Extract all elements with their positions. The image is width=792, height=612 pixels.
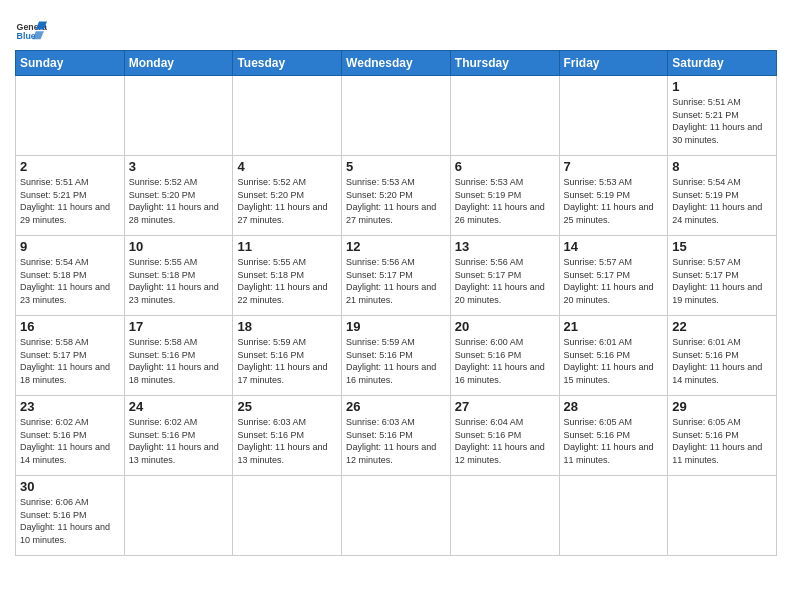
calendar-cell [124, 76, 233, 156]
calendar-cell: 15Sunrise: 5:57 AM Sunset: 5:17 PM Dayli… [668, 236, 777, 316]
day-info: Sunrise: 6:02 AM Sunset: 5:16 PM Dayligh… [20, 416, 120, 466]
day-number: 11 [237, 239, 337, 254]
day-info: Sunrise: 6:05 AM Sunset: 5:16 PM Dayligh… [564, 416, 664, 466]
calendar-cell: 2Sunrise: 5:51 AM Sunset: 5:21 PM Daylig… [16, 156, 125, 236]
calendar-cell: 25Sunrise: 6:03 AM Sunset: 5:16 PM Dayli… [233, 396, 342, 476]
calendar-cell: 9Sunrise: 5:54 AM Sunset: 5:18 PM Daylig… [16, 236, 125, 316]
day-info: Sunrise: 6:03 AM Sunset: 5:16 PM Dayligh… [237, 416, 337, 466]
weekday-header-thursday: Thursday [450, 51, 559, 76]
day-number: 4 [237, 159, 337, 174]
calendar-week-3: 9Sunrise: 5:54 AM Sunset: 5:18 PM Daylig… [16, 236, 777, 316]
day-info: Sunrise: 6:01 AM Sunset: 5:16 PM Dayligh… [672, 336, 772, 386]
day-info: Sunrise: 6:05 AM Sunset: 5:16 PM Dayligh… [672, 416, 772, 466]
day-info: Sunrise: 5:56 AM Sunset: 5:17 PM Dayligh… [346, 256, 446, 306]
calendar-cell: 21Sunrise: 6:01 AM Sunset: 5:16 PM Dayli… [559, 316, 668, 396]
calendar-cell: 22Sunrise: 6:01 AM Sunset: 5:16 PM Dayli… [668, 316, 777, 396]
calendar-cell: 18Sunrise: 5:59 AM Sunset: 5:16 PM Dayli… [233, 316, 342, 396]
weekday-header-sunday: Sunday [16, 51, 125, 76]
calendar-cell [16, 76, 125, 156]
calendar-cell: 30Sunrise: 6:06 AM Sunset: 5:16 PM Dayli… [16, 476, 125, 556]
calendar-cell: 19Sunrise: 5:59 AM Sunset: 5:16 PM Dayli… [342, 316, 451, 396]
calendar-cell: 10Sunrise: 5:55 AM Sunset: 5:18 PM Dayli… [124, 236, 233, 316]
day-info: Sunrise: 6:04 AM Sunset: 5:16 PM Dayligh… [455, 416, 555, 466]
calendar-cell: 27Sunrise: 6:04 AM Sunset: 5:16 PM Dayli… [450, 396, 559, 476]
calendar-cell [559, 476, 668, 556]
weekday-header-wednesday: Wednesday [342, 51, 451, 76]
day-number: 13 [455, 239, 555, 254]
day-info: Sunrise: 5:57 AM Sunset: 5:17 PM Dayligh… [672, 256, 772, 306]
day-info: Sunrise: 6:06 AM Sunset: 5:16 PM Dayligh… [20, 496, 120, 546]
day-info: Sunrise: 5:54 AM Sunset: 5:18 PM Dayligh… [20, 256, 120, 306]
weekday-header-friday: Friday [559, 51, 668, 76]
day-info: Sunrise: 5:58 AM Sunset: 5:17 PM Dayligh… [20, 336, 120, 386]
day-number: 8 [672, 159, 772, 174]
weekday-header-row: SundayMondayTuesdayWednesdayThursdayFrid… [16, 51, 777, 76]
day-info: Sunrise: 5:56 AM Sunset: 5:17 PM Dayligh… [455, 256, 555, 306]
day-number: 23 [20, 399, 120, 414]
calendar-cell: 7Sunrise: 5:53 AM Sunset: 5:19 PM Daylig… [559, 156, 668, 236]
page-header: General Blue [15, 10, 777, 46]
day-number: 17 [129, 319, 229, 334]
day-info: Sunrise: 5:53 AM Sunset: 5:19 PM Dayligh… [564, 176, 664, 226]
calendar-cell: 17Sunrise: 5:58 AM Sunset: 5:16 PM Dayli… [124, 316, 233, 396]
calendar-week-2: 2Sunrise: 5:51 AM Sunset: 5:21 PM Daylig… [16, 156, 777, 236]
calendar-cell: 20Sunrise: 6:00 AM Sunset: 5:16 PM Dayli… [450, 316, 559, 396]
day-number: 1 [672, 79, 772, 94]
day-number: 28 [564, 399, 664, 414]
calendar-cell [450, 76, 559, 156]
calendar-cell: 23Sunrise: 6:02 AM Sunset: 5:16 PM Dayli… [16, 396, 125, 476]
day-number: 15 [672, 239, 772, 254]
day-info: Sunrise: 5:58 AM Sunset: 5:16 PM Dayligh… [129, 336, 229, 386]
calendar-cell: 29Sunrise: 6:05 AM Sunset: 5:16 PM Dayli… [668, 396, 777, 476]
day-number: 21 [564, 319, 664, 334]
calendar-week-4: 16Sunrise: 5:58 AM Sunset: 5:17 PM Dayli… [16, 316, 777, 396]
day-info: Sunrise: 5:53 AM Sunset: 5:19 PM Dayligh… [455, 176, 555, 226]
day-number: 19 [346, 319, 446, 334]
day-number: 12 [346, 239, 446, 254]
calendar-cell: 16Sunrise: 5:58 AM Sunset: 5:17 PM Dayli… [16, 316, 125, 396]
calendar-cell [450, 476, 559, 556]
day-number: 14 [564, 239, 664, 254]
calendar-cell: 6Sunrise: 5:53 AM Sunset: 5:19 PM Daylig… [450, 156, 559, 236]
day-info: Sunrise: 5:54 AM Sunset: 5:19 PM Dayligh… [672, 176, 772, 226]
day-info: Sunrise: 5:59 AM Sunset: 5:16 PM Dayligh… [346, 336, 446, 386]
calendar-cell: 12Sunrise: 5:56 AM Sunset: 5:17 PM Dayli… [342, 236, 451, 316]
calendar-cell [342, 76, 451, 156]
calendar-cell: 8Sunrise: 5:54 AM Sunset: 5:19 PM Daylig… [668, 156, 777, 236]
day-number: 30 [20, 479, 120, 494]
calendar-cell: 11Sunrise: 5:55 AM Sunset: 5:18 PM Dayli… [233, 236, 342, 316]
calendar-week-6: 30Sunrise: 6:06 AM Sunset: 5:16 PM Dayli… [16, 476, 777, 556]
calendar-cell: 13Sunrise: 5:56 AM Sunset: 5:17 PM Dayli… [450, 236, 559, 316]
logo: General Blue [15, 18, 47, 46]
calendar-cell [342, 476, 451, 556]
day-info: Sunrise: 5:52 AM Sunset: 5:20 PM Dayligh… [237, 176, 337, 226]
day-number: 7 [564, 159, 664, 174]
day-number: 9 [20, 239, 120, 254]
day-info: Sunrise: 5:57 AM Sunset: 5:17 PM Dayligh… [564, 256, 664, 306]
calendar-cell: 28Sunrise: 6:05 AM Sunset: 5:16 PM Dayli… [559, 396, 668, 476]
calendar-cell [668, 476, 777, 556]
calendar-cell [124, 476, 233, 556]
day-info: Sunrise: 5:51 AM Sunset: 5:21 PM Dayligh… [20, 176, 120, 226]
weekday-header-saturday: Saturday [668, 51, 777, 76]
day-number: 16 [20, 319, 120, 334]
day-info: Sunrise: 6:02 AM Sunset: 5:16 PM Dayligh… [129, 416, 229, 466]
calendar-cell: 4Sunrise: 5:52 AM Sunset: 5:20 PM Daylig… [233, 156, 342, 236]
day-info: Sunrise: 6:03 AM Sunset: 5:16 PM Dayligh… [346, 416, 446, 466]
weekday-header-monday: Monday [124, 51, 233, 76]
day-number: 6 [455, 159, 555, 174]
day-info: Sunrise: 6:01 AM Sunset: 5:16 PM Dayligh… [564, 336, 664, 386]
day-info: Sunrise: 6:00 AM Sunset: 5:16 PM Dayligh… [455, 336, 555, 386]
calendar-cell [559, 76, 668, 156]
day-number: 20 [455, 319, 555, 334]
day-info: Sunrise: 5:55 AM Sunset: 5:18 PM Dayligh… [129, 256, 229, 306]
calendar-cell: 26Sunrise: 6:03 AM Sunset: 5:16 PM Dayli… [342, 396, 451, 476]
calendar-cell [233, 476, 342, 556]
calendar-cell: 5Sunrise: 5:53 AM Sunset: 5:20 PM Daylig… [342, 156, 451, 236]
calendar-week-1: 1Sunrise: 5:51 AM Sunset: 5:21 PM Daylig… [16, 76, 777, 156]
day-info: Sunrise: 5:55 AM Sunset: 5:18 PM Dayligh… [237, 256, 337, 306]
weekday-header-tuesday: Tuesday [233, 51, 342, 76]
day-number: 29 [672, 399, 772, 414]
day-info: Sunrise: 5:53 AM Sunset: 5:20 PM Dayligh… [346, 176, 446, 226]
day-info: Sunrise: 5:59 AM Sunset: 5:16 PM Dayligh… [237, 336, 337, 386]
